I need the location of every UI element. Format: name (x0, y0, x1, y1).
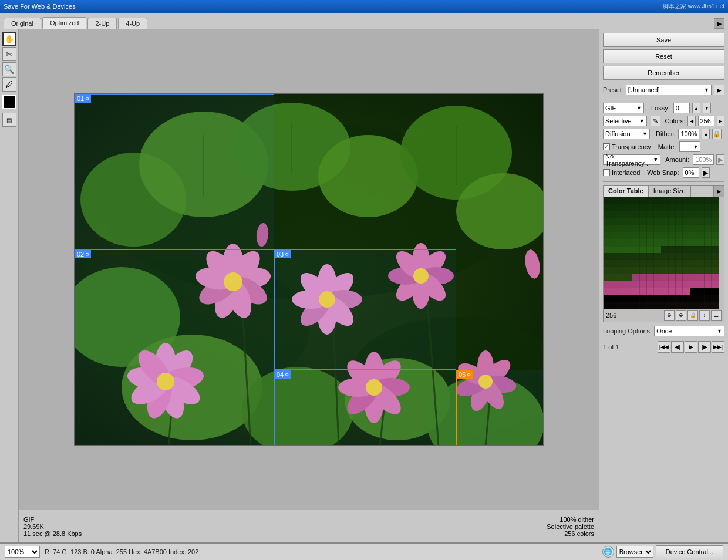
watermark: 脚本之家 www.Jb51.net (663, 2, 724, 11)
status-format: GIF (23, 516, 82, 523)
amount-value: 100% (693, 154, 714, 165)
tab-4up[interactable]: 4-Up (118, 18, 147, 29)
looping-row: Looping Options: Once ▼ (603, 325, 724, 338)
title-bar: Save For Web & Devices 脚本之家 www.Jb51.net (0, 0, 728, 13)
anim-last[interactable]: ▶▶| (712, 341, 724, 353)
matte-label: Matte: (658, 143, 676, 150)
canvas-status: GIF 29.69K 11 sec @ 28.8 Kbps 100% dithe… (19, 510, 599, 542)
slice-02-label: 02 ⚙ (75, 250, 91, 258)
device-central-button[interactable]: Device Central... (656, 545, 723, 558)
app-title: Save For Web & Devices (4, 3, 76, 10)
tool-preview[interactable]: ▤ (2, 113, 16, 127)
tabs-row: Original Optimized 2-Up 4-Up ▶ (0, 13, 728, 29)
tool-hand[interactable]: ✋ (2, 32, 16, 46)
dither-up[interactable]: ▲ (702, 129, 710, 139)
transparency-checkbox[interactable]: ✓ Transparency (603, 143, 651, 150)
amount-arrow: ▶ (716, 154, 724, 165)
tab-original[interactable]: Original (4, 18, 41, 29)
left-toolbar: ✋ ✄ 🔍 🖊 ▤ (0, 29, 19, 542)
browser-select[interactable]: Browser (616, 546, 653, 558)
slice-04[interactable]: 04 ⚙ (274, 370, 456, 446)
websnap-arrow[interactable]: ▶ (702, 167, 710, 178)
pixel-info: R: 74 G: 123 B: 0 Alpha: 255 Hex: 4A7B00… (45, 548, 598, 555)
slice-05-label: 05 ⚙ (457, 370, 473, 379)
status-dither: 100% dither (547, 516, 594, 523)
bottom-bar: 100% 50% 200% R: 74 G: 123 B: 0 Alpha: 2… (0, 542, 728, 560)
color-tool-menu[interactable]: ☰ (711, 310, 722, 321)
color-tool-lock[interactable]: 🔒 (687, 310, 698, 321)
slice-01[interactable]: 01 ⚙ (75, 94, 274, 249)
browser-preview-icon[interactable]: 🌐 (602, 546, 614, 558)
right-panel: Save Reset Remember Preset: [Unnamed] ▼ … (599, 29, 728, 542)
looping-select[interactable]: Once ▼ (654, 326, 724, 336)
color-table-tabs: Color Table Image Size ▶ (604, 186, 724, 197)
anim-prev[interactable]: ◀| (671, 341, 684, 353)
colors-down[interactable]: ◀ (687, 116, 695, 126)
remember-button[interactable]: Remember (603, 66, 724, 80)
frame-info: 1 of 1 (603, 343, 619, 350)
save-button[interactable]: Save (603, 33, 724, 47)
lossy-down[interactable]: ▼ (703, 103, 711, 113)
tab-optimized[interactable]: Optimized (42, 17, 87, 29)
matte-select[interactable]: ▼ (679, 141, 700, 152)
colors-value[interactable]: 256 (698, 116, 714, 126)
dither-value[interactable]: 100% (678, 129, 699, 139)
dither-select[interactable]: Diffusion ▼ (603, 129, 650, 139)
colors-label: Colors: (665, 117, 686, 124)
tabs-arrow[interactable]: ▶ (714, 18, 724, 29)
status-time: 11 sec @ 28.8 Kbps (23, 530, 82, 537)
websnap-value[interactable]: 0% (683, 167, 699, 178)
slice-03-label: 03 ⚙ (275, 250, 291, 258)
color-tool-delete[interactable]: ⊗ (676, 310, 686, 321)
anim-next[interactable]: |▶ (698, 341, 711, 353)
image-wrapper: 01 ⚙ 02 ⚙ (74, 93, 544, 446)
color-grid-canvas (604, 197, 719, 309)
color-grid (604, 197, 719, 309)
tool-zoom[interactable]: 🔍 (2, 62, 16, 76)
color-table-section: Color Table Image Size ▶ 256 ⊕ ⊗ 🔒 ↕ ☰ (603, 185, 724, 322)
color-reduction-select[interactable]: Selective ▼ (603, 116, 647, 126)
slice-04-label: 04 ⚙ (275, 370, 291, 379)
anim-first[interactable]: |◀◀ (658, 341, 670, 353)
colors-up[interactable]: ▶ (717, 116, 724, 126)
preset-arrow-btn[interactable]: ▶ (714, 85, 724, 95)
interlaced-checkbox[interactable]: Interlaced (603, 169, 640, 176)
tool-eyedropper[interactable]: 🖊 (2, 77, 16, 92)
looping-label: Looping Options: (603, 328, 652, 335)
lossy-value[interactable]: 0 (673, 103, 690, 113)
slice-02[interactable]: 02 ⚙ (75, 249, 274, 446)
tab-2up[interactable]: 2-Up (87, 18, 117, 29)
reset-button[interactable]: Reset (603, 49, 724, 63)
dither-lock[interactable]: 🔒 (712, 129, 722, 139)
color-swatch[interactable] (2, 95, 16, 109)
slice-03[interactable]: 03 ⚙ (274, 249, 456, 370)
image-size-tab[interactable]: Image Size (649, 186, 691, 197)
slice-01-label: 01 ⚙ (75, 95, 91, 103)
preset-label: Preset: (603, 86, 623, 93)
anim-play[interactable]: ▶ (685, 341, 697, 353)
format-select[interactable]: GIF ▼ (603, 103, 644, 113)
slice-05[interactable]: 05 ⚙ (456, 370, 544, 446)
color-count: 256 (606, 312, 616, 319)
preset-select[interactable]: [Unnamed] ▼ (626, 85, 712, 95)
color-table-tab[interactable]: Color Table (604, 186, 649, 197)
color-tool-shift[interactable]: ↕ (699, 310, 710, 321)
amount-label: Amount: (665, 156, 689, 163)
zoom-select[interactable]: 100% 50% 200% (5, 546, 40, 558)
color-count-row: 256 ⊕ ⊗ 🔒 ↕ ☰ (604, 309, 724, 322)
status-colors: 256 colors (547, 530, 594, 537)
color-tool-add[interactable]: ⊕ (664, 310, 675, 321)
dither-label: Dither: (656, 130, 675, 137)
canvas-image: 01 ⚙ 02 ⚙ (74, 93, 544, 446)
status-filesize: 29.69K (23, 523, 82, 530)
color-reduction-edit[interactable]: ✎ (651, 116, 660, 126)
status-palette: Selective palette (547, 523, 594, 530)
animation-controls: 1 of 1 |◀◀ ◀| ▶ |▶ ▶▶| (603, 340, 724, 354)
image-container: 01 ⚙ 02 ⚙ (19, 29, 599, 510)
lossy-label: Lossy: (651, 104, 670, 112)
tool-slice[interactable]: ✄ (2, 47, 16, 61)
lossy-up[interactable]: ▲ (692, 103, 700, 113)
ct-arrow[interactable]: ▶ (713, 186, 724, 197)
websnap-label: Web Snap: (647, 169, 679, 176)
no-transparency-select[interactable]: No Transparency .. ▼ (603, 154, 660, 165)
